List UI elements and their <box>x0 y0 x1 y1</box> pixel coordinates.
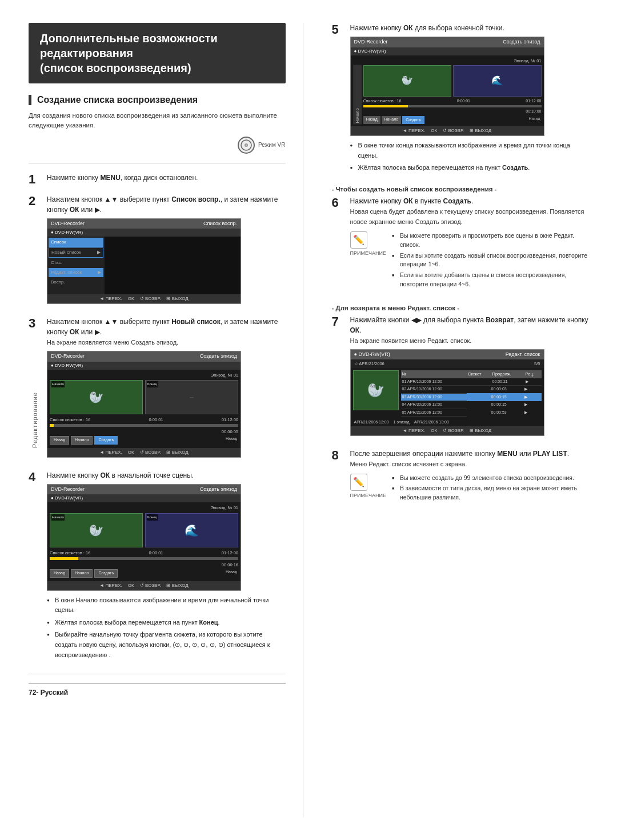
side-label: Редактирование <box>31 392 38 448</box>
step-3-number: 3 <box>29 317 41 330</box>
screen-5-footer: ◄ ПЕРЕХ.ОК↺ ВОЗВР.⊞ ВЫХОД <box>351 126 544 135</box>
screen-7: ● DVD-RW(VR) Редакт. список ☆ APR/21/200… <box>350 349 544 436</box>
step-3-content: Нажатием кнопок ▲▼ выберите пункт Новый … <box>47 317 286 462</box>
screen-4-sub: ● DVD-RW(VR) <box>47 494 241 502</box>
section-heading: Создание списка воспроизведения <box>29 95 286 105</box>
screen-7-info: APR/21/2006 12:00 1 эпизод APR/21/2006 1… <box>351 419 544 426</box>
note-6-text: Вы можете проверить и просмотреть все сц… <box>392 231 588 291</box>
screen-4-header: DVD-Recorder Создать эпизод <box>47 485 241 495</box>
screen-2-sub: ● DVD-RW(VR) <box>47 229 241 237</box>
screen-5-header: DVD-Recorder Создать эпизод <box>351 37 544 47</box>
step-1-content: Нажмите кнопку MENU, когда диск остановл… <box>47 173 286 183</box>
dvd-rw-icon <box>238 137 255 154</box>
step-3: 3 Нажатием кнопок ▲▼ выберите пункт Новы… <box>29 317 286 462</box>
note-box-8: ✏️ ПРИМЕЧАНИЕ Вы можете создать до 99 эл… <box>350 474 589 504</box>
screen-4: DVD-Recorder Создать эпизод ● DVD-RW(VR)… <box>47 484 241 591</box>
screen-7-header: ● DVD-RW(VR) Редакт. список <box>351 350 544 360</box>
screen-2-footer: ◄ ПЕРЕХ.ОК↺ ВОЗВР.⊞ ВЫХОД <box>47 294 241 303</box>
screen-2-body: Список Новый список▶ Стас. Редакт. списо… <box>47 237 241 294</box>
screen-7-body: 🦭 № Сюжет Продолж. Рец. <box>351 368 544 419</box>
screen-3-body: Эпизод, № 01 Начало 🦭 Конец — <box>47 370 241 448</box>
note-8-text: Вы можете создать до 99 элементов списка… <box>392 474 588 504</box>
screen-7-footer: ◄ ПЕРЕХ.ОК↺ ВОЗВР.⊞ ВЫХОД <box>351 426 544 435</box>
step-6-number: 6 <box>332 196 344 210</box>
screen-3-header: DVD-Recorder Создать эпизод <box>47 351 241 362</box>
screen-5-body: Эпизод, № 01 Начало 🦭 🌊 <box>351 55 544 127</box>
screen-3-sub: ● DVD-RW(VR) <box>47 362 241 370</box>
step-2: 2 Нажатием кнопок ▲▼ выберите пункт Спис… <box>29 194 286 309</box>
note-pencil-icon: ✏️ <box>350 231 367 249</box>
step-2-number: 2 <box>29 194 41 208</box>
step-5-number: 5 <box>332 23 344 37</box>
note-box-6: ✏️ ПРИМЕЧАНИЕ Вы можете проверить и прос… <box>350 231 589 291</box>
dvd-label: Режим VR <box>258 142 286 148</box>
step-8-content: После завершения операции нажмите кнопку… <box>350 449 589 510</box>
dvd-icon-area: Режим VR <box>29 137 286 154</box>
note-label-8: ПРИМЕЧАНИЕ <box>350 492 386 500</box>
step-2-content: Нажатием кнопок ▲▼ выберите пункт Список… <box>47 194 286 309</box>
special-heading-2: - Для возврата в меню Редакт. список - <box>332 305 589 311</box>
special-heading-1: - Чтобы создать новый список воспроизвед… <box>332 186 589 193</box>
step-5-notes: В окне точки конца показываются изображе… <box>350 141 589 173</box>
screen-7-count: ☆ APR/21/2006 5/5 <box>351 359 544 368</box>
intro-text: Для создания нового списка воспроизведен… <box>29 111 286 131</box>
screen-5-sub: ● DVD-RW(VR) <box>351 47 544 55</box>
step-1: 1 Нажмите кнопку MENU, когда диск остано… <box>29 173 286 186</box>
step-6-content: Нажмите кнопку ОК в пункте Создать. Нова… <box>350 196 589 297</box>
screen-3: DVD-Recorder Создать эпизод ● DVD-RW(VR)… <box>47 351 241 458</box>
step-7-content: Нажимайте кнопки ◀▶ для выбора пункта Во… <box>350 315 589 441</box>
step-1-number: 1 <box>29 173 41 186</box>
screen-2-header: DVD-Recorder Список воспр. <box>47 219 241 229</box>
step-4-number: 4 <box>29 470 41 484</box>
header-box: Дополнительные возможности редактировани… <box>29 23 286 83</box>
note-label-6: ПРИМЕЧАНИЕ <box>350 250 386 258</box>
screen-4-body: Эпизод, № 01 Начало 🦭 Конец 🌊 <box>47 502 241 581</box>
screen-3-footer: ◄ ПЕРЕХ.ОК↺ ВОЗВР.⊞ ВЫХОД <box>47 448 241 457</box>
step-4: 4 Нажмите кнопку ОК в начальной точке сц… <box>29 470 286 665</box>
step-4-notes: В окне Начало показываются изображение и… <box>47 595 286 661</box>
page-title: Дополнительные возможности редактировани… <box>40 31 274 75</box>
note-pencil-icon-8: ✏️ <box>350 474 367 491</box>
step-8: 8 После завершения операции нажмите кноп… <box>332 449 589 510</box>
svg-point-2 <box>246 144 247 145</box>
step-4-content: Нажмите кнопку ОК в начальной точке сцен… <box>47 470 286 665</box>
step-8-number: 8 <box>332 449 344 462</box>
step-5-content: Нажмите кнопку ОК для выбора конечной то… <box>350 23 589 178</box>
screen-4-footer: ◄ ПЕРЕХ.ОК↺ ВОЗВР.⊞ ВЫХОД <box>47 581 241 590</box>
step-6: 6 Нажмите кнопку ОК в пункте Создать. Но… <box>332 196 589 297</box>
page-footer: 72- Русский <box>29 683 286 697</box>
step-7-number: 7 <box>332 315 344 329</box>
screen-2: DVD-Recorder Список воспр. ● DVD-RW(VR) … <box>47 218 241 305</box>
step-5: 5 Нажмите кнопку ОК для выбора конечной … <box>332 23 589 178</box>
screen-5: DVD-Recorder Создать эпизод ● DVD-RW(VR)… <box>350 37 544 136</box>
step-7: 7 Нажимайте кнопки ◀▶ для выбора пункта … <box>332 315 589 441</box>
